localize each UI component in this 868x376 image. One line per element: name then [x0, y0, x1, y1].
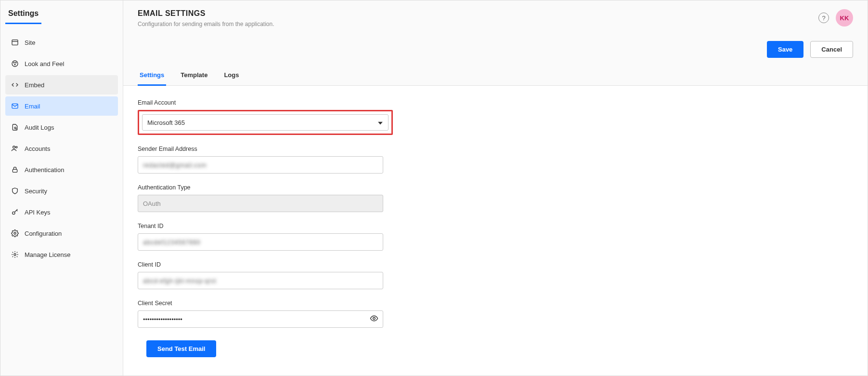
help-icon[interactable]: ?: [818, 13, 829, 23]
sidebar-item-site[interactable]: Site: [5, 33, 118, 52]
tab-settings[interactable]: Settings: [138, 67, 166, 86]
window-icon: [11, 39, 19, 46]
tab-template[interactable]: Template: [179, 67, 209, 86]
sidebar-item-look-and-feel[interactable]: Look and Feel: [5, 54, 118, 73]
svg-point-7: [14, 127, 16, 129]
sidebar-item-email[interactable]: Email: [5, 96, 118, 116]
sidebar-item-label: Email: [25, 103, 40, 110]
client-id-label: Client ID: [138, 261, 383, 268]
users-icon: [11, 145, 19, 152]
tabs: Settings Template Logs: [138, 67, 853, 85]
lock-icon: [11, 166, 19, 174]
sidebar-item-accounts[interactable]: Accounts: [5, 139, 118, 158]
mail-icon: [11, 102, 19, 110]
svg-point-5: [14, 64, 15, 65]
sidebar-item-label: Configuration: [25, 230, 62, 237]
sidebar-title: Settings: [5, 6, 41, 24]
sidebar-item-configuration[interactable]: Configuration: [5, 224, 118, 243]
client-id-input[interactable]: abcd-efgh-ijkl-mnop-qrst: [138, 272, 383, 289]
sidebar-item-label: Accounts: [25, 145, 50, 152]
sidebar-item-label: Manage License: [25, 251, 70, 258]
sender-email-label: Sender Email Address: [138, 146, 383, 152]
gear-icon: [11, 229, 19, 237]
sidebar-item-authentication[interactable]: Authentication: [5, 160, 118, 179]
svg-point-3: [13, 62, 14, 63]
gear-icon: [11, 251, 19, 258]
svg-point-16: [14, 254, 16, 255]
page-subtitle: Configuration for sending emails from th…: [138, 21, 274, 27]
header-bar: EMAIL SETTINGS Configuration for sending…: [123, 0, 868, 86]
email-account-highlight: [138, 110, 393, 135]
sender-email-input[interactable]: redacted@gmail.com: [138, 156, 383, 174]
svg-line-14: [16, 210, 17, 211]
svg-point-10: [16, 147, 17, 148]
svg-line-8: [16, 129, 17, 130]
sidebar-item-label: Embed: [25, 81, 44, 89]
svg-point-17: [373, 317, 376, 320]
svg-point-15: [14, 232, 16, 234]
sidebar-item-label: Security: [25, 188, 47, 195]
palette-icon: [11, 60, 19, 67]
sidebar: Settings Site Look and Feel Embed Email: [0, 0, 123, 376]
sidebar-item-label: Audit Logs: [25, 124, 54, 131]
sidebar-item-api-keys[interactable]: API Keys: [5, 202, 118, 222]
svg-rect-0: [12, 40, 18, 45]
auth-type-input: [138, 195, 383, 212]
send-test-email-button[interactable]: Send Test Email: [146, 340, 216, 357]
svg-point-2: [12, 61, 18, 67]
sidebar-item-audit-logs[interactable]: Audit Logs: [5, 118, 118, 137]
svg-point-9: [13, 146, 15, 148]
sidebar-item-label: Site: [25, 39, 35, 46]
code-icon: [11, 81, 19, 89]
svg-point-12: [13, 212, 15, 214]
save-button[interactable]: Save: [767, 41, 803, 58]
shield-icon: [11, 187, 19, 195]
svg-point-4: [15, 62, 16, 63]
sidebar-item-embed[interactable]: Embed: [5, 75, 118, 94]
email-account-select[interactable]: [142, 114, 389, 131]
tab-logs[interactable]: Logs: [222, 67, 241, 86]
svg-rect-11: [13, 169, 17, 172]
cancel-button[interactable]: Cancel: [810, 41, 853, 58]
key-icon: [11, 208, 19, 216]
main-content: EMAIL SETTINGS Configuration for sending…: [123, 0, 868, 376]
sidebar-item-label: Look and Feel: [25, 60, 64, 67]
tenant-id-label: Tenant ID: [138, 223, 383, 229]
sidebar-item-label: Authentication: [25, 166, 64, 174]
page-title: EMAIL SETTINGS: [138, 9, 274, 18]
client-secret-input[interactable]: [138, 310, 383, 328]
auth-type-label: Authentication Type: [138, 184, 383, 191]
form-area: Email Account Sender Email Address redac…: [123, 86, 868, 371]
tenant-id-input[interactable]: abcdef1234567890: [138, 233, 383, 251]
sidebar-item-manage-license[interactable]: Manage License: [5, 245, 118, 264]
avatar[interactable]: KK: [836, 9, 853, 27]
sidebar-item-security[interactable]: Security: [5, 181, 118, 201]
sidebar-item-label: API Keys: [25, 209, 50, 216]
email-account-label: Email Account: [138, 99, 383, 106]
client-secret-label: Client Secret: [138, 300, 383, 307]
eye-icon[interactable]: [370, 314, 378, 324]
file-search-icon: [11, 123, 19, 131]
